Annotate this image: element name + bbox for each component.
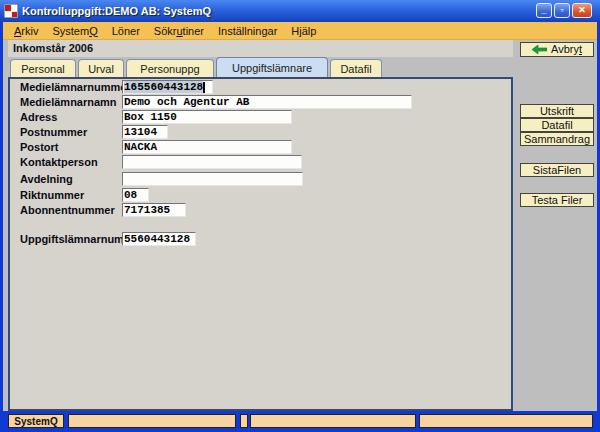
menu-loner[interactable]: Löner	[105, 24, 147, 38]
menu-bar: Arkiv SystemQ Löner Sökrutiner Inställni…	[3, 22, 597, 40]
maximize-button[interactable]: ▫	[554, 3, 570, 18]
income-year-label: Inkomstår 2006	[8, 40, 513, 57]
testafiler-button[interactable]: Testa Filer	[520, 193, 594, 207]
uppgiftslamnare-panel: Medielämnarnummer 165560443128 Medielämn…	[8, 77, 513, 411]
status-cell-2	[68, 414, 236, 428]
window-title: Kontrolluppgift:DEMO AB: SystemQ	[22, 5, 211, 17]
utskrift-button[interactable]: Utskrift	[520, 104, 594, 118]
postnummer-input[interactable]: 13104	[122, 125, 168, 139]
menu-arkiv[interactable]: Arkiv	[7, 24, 45, 38]
avdelning-input[interactable]	[122, 172, 303, 186]
tab-datafil[interactable]: Datafil	[330, 59, 382, 77]
uppgiftslamnarnummer-input[interactable]: 5560443128	[122, 232, 196, 246]
abonnentnummer-input[interactable]: 7171385	[122, 203, 186, 217]
datafil-button[interactable]: Datafil	[520, 118, 594, 132]
kontaktperson-input[interactable]	[122, 155, 302, 169]
text-caret	[203, 82, 205, 93]
medielamnarnamn-input[interactable]: Demo och Agentur AB	[122, 95, 412, 109]
sistafilen-button[interactable]: SistaFilen	[520, 163, 594, 177]
app-icon	[4, 4, 18, 18]
app-window: Kontrolluppgift:DEMO AB: SystemQ _ ▫ ✕ A…	[0, 0, 600, 432]
field-label-abonnentnummer: Abonnentnummer	[20, 204, 115, 216]
selected-text: 165560443128	[124, 81, 203, 93]
medielamnarnummer-input[interactable]: 165560443128	[122, 80, 213, 94]
status-cell-systemq: SystemQ	[8, 414, 64, 428]
field-label-kontaktperson: Kontaktperson	[20, 156, 98, 168]
close-button[interactable]: ✕	[572, 3, 592, 18]
postort-input[interactable]: NACKA	[122, 140, 292, 154]
riktnummer-input[interactable]: 08	[122, 188, 149, 202]
green-left-arrow-icon	[532, 45, 547, 54]
menu-systemq[interactable]: SystemQ	[45, 24, 104, 38]
main-area: Inkomstår 2006 Avbryt Personal Urval Per…	[3, 40, 597, 411]
menu-hjalp[interactable]: Hjälp	[284, 24, 323, 38]
tab-urval[interactable]: Urval	[78, 59, 124, 77]
minimize-button[interactable]: _	[536, 3, 552, 18]
adress-input[interactable]: Box 1150	[122, 110, 292, 124]
field-label-medielamnarnamn: Medielämnarnamn	[20, 96, 117, 108]
field-label-riktnummer: Riktnummer	[20, 189, 84, 201]
sammandrag-button[interactable]: Sammandrag	[520, 132, 594, 146]
tab-bar: Personal Urval Personuppg Uppgiftslämnar…	[10, 57, 382, 77]
avbryt-label: Avbryt	[551, 44, 582, 55]
status-bar: SystemQ	[0, 411, 600, 432]
field-label-avdelning: Avdelning	[20, 173, 73, 185]
field-label-medielamnarnummer: Medielämnarnummer	[20, 81, 131, 93]
window-border-left	[0, 20, 3, 432]
status-cell-5	[419, 414, 593, 428]
field-label-postnummer: Postnummer	[20, 126, 87, 138]
field-label-postort: Postort	[20, 141, 59, 153]
menu-sokrutiner[interactable]: Sökrutiner	[147, 24, 211, 38]
menu-installningar[interactable]: Inställningar	[211, 24, 284, 38]
field-label-adress: Adress	[20, 111, 57, 123]
tab-uppgiftslamnare[interactable]: Uppgiftslämnare	[216, 57, 328, 77]
status-cell-3	[240, 414, 248, 428]
avbryt-button[interactable]: Avbryt	[520, 42, 594, 57]
tab-personuppg[interactable]: Personuppg	[126, 59, 214, 77]
status-cell-4	[250, 414, 416, 428]
title-bar: Kontrolluppgift:DEMO AB: SystemQ _ ▫ ✕	[0, 0, 600, 22]
tab-personal[interactable]: Personal	[10, 59, 76, 77]
